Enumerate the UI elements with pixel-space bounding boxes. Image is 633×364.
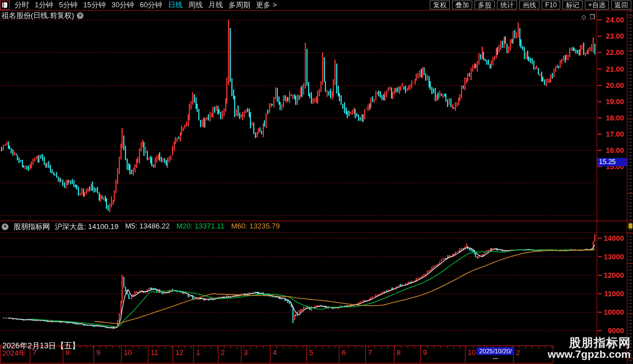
time-axis-label: 9 bbox=[96, 348, 100, 357]
price-axis-label: 9000 bbox=[597, 326, 624, 335]
strip-divider bbox=[627, 193, 633, 194]
indicator-values: 沪深大盘: 14100.19M5: 13486.22M20: 13371.11M… bbox=[55, 222, 280, 232]
timeframe-tab-分时[interactable]: 分时 bbox=[15, 0, 29, 10]
panel-toggle-icon[interactable] bbox=[0, 1, 10, 10]
strip-divider bbox=[627, 314, 633, 314]
strip-divider bbox=[627, 263, 633, 264]
right-edge-strip[interactable] bbox=[627, 11, 633, 364]
time-axis-label: 6 bbox=[342, 348, 346, 357]
price-axis-label: 21.00 bbox=[597, 65, 624, 73]
strip-divider bbox=[627, 119, 633, 119]
timeframe-tab-更多 >[interactable]: 更多 > bbox=[256, 0, 277, 10]
price-axis-label: 19.00 bbox=[597, 97, 624, 106]
price-axis-label: 18.00 bbox=[597, 114, 624, 122]
strip-divider bbox=[627, 50, 633, 51]
price-axis-label: 10000 bbox=[597, 308, 624, 316]
chart-corner-tools: ◇ ❐ bbox=[581, 13, 595, 21]
indicator-bar: ▾ 股朋指标网 沪深大盘: 14100.19M5: 13486.22M20: 1… bbox=[2, 222, 280, 231]
cursor-price-readout: 15.25 bbox=[597, 158, 627, 166]
price-axis-label: 14000 bbox=[597, 234, 624, 242]
time-axis-label: 4 bbox=[273, 348, 277, 357]
strip-divider bbox=[627, 221, 633, 221]
indicator-item-M20: M20: 13371.11 bbox=[176, 222, 225, 232]
watermark-name: 股朋指标网 bbox=[548, 337, 631, 349]
action-button-F10[interactable]: F10 bbox=[542, 1, 560, 10]
action-button-+自选[interactable]: +自选 bbox=[585, 1, 609, 10]
indicator-row-divider bbox=[0, 232, 633, 233]
time-axis-label: 10 bbox=[124, 348, 132, 357]
action-button-标记[interactable]: 标记 bbox=[562, 1, 583, 10]
toolbar-actions: 复权叠加多股统计画线F10标记+自选返回 bbox=[430, 1, 633, 10]
action-button-多股[interactable]: 多股 bbox=[474, 1, 495, 10]
timeframe-tab-15分钟[interactable]: 15分钟 bbox=[83, 0, 105, 10]
strip-divider bbox=[627, 16, 633, 16]
price-axis-label: 22.00 bbox=[597, 48, 624, 57]
time-axis-label: 2 bbox=[221, 348, 225, 357]
indicator-item-M5: M5: 13486.22 bbox=[125, 222, 170, 232]
layout-icon bbox=[2, 2, 7, 8]
time-axis-label: 3 bbox=[244, 348, 248, 357]
timeframe-tab-日线[interactable]: 日线 bbox=[168, 0, 183, 10]
toolbar-divider bbox=[0, 10, 633, 11]
time-axis-label: 12 bbox=[175, 348, 183, 357]
symbol-title-row: 祖名股份(日线.前复权) ▾ bbox=[2, 11, 83, 21]
timeframe-tab-月线[interactable]: 月线 bbox=[208, 0, 223, 10]
page-title: 祖名股份(日线.前复权) bbox=[2, 11, 74, 21]
chevron-down-circle-icon[interactable]: ▾ bbox=[2, 223, 8, 230]
indicator-item-M60: M60: 13235.79 bbox=[231, 222, 280, 232]
time-axis-label: 2 bbox=[516, 348, 520, 357]
price-axis-label: 17.00 bbox=[597, 130, 624, 138]
action-button-叠加[interactable]: 叠加 bbox=[452, 1, 472, 10]
time-axis-label: 11 bbox=[151, 348, 159, 357]
time-axis-label: 9 bbox=[423, 348, 427, 357]
window-restore-icon[interactable]: ❐ bbox=[589, 13, 595, 21]
price-axis-label: 20.00 bbox=[597, 81, 624, 90]
chevron-down-circle-icon[interactable]: ▾ bbox=[77, 12, 83, 19]
time-axis-label: 8 bbox=[397, 348, 401, 357]
action-button-复权[interactable]: 复权 bbox=[430, 1, 450, 10]
action-button-返回[interactable]: 返回 bbox=[611, 1, 631, 10]
price-axis-label: 23.00 bbox=[597, 32, 624, 40]
timeframe-tab-1分钟[interactable]: 1分钟 bbox=[35, 0, 53, 10]
timeframe-tab-多周期[interactable]: 多周期 bbox=[229, 0, 250, 10]
time-axis-label: 1 bbox=[196, 348, 200, 357]
price-axis-label: 16.00 bbox=[597, 146, 624, 155]
timeframe-tab-30分钟[interactable]: 30分钟 bbox=[111, 0, 134, 10]
price-axis-label: 24.00 bbox=[597, 16, 624, 24]
indicator-item-沪深大盘: 沪深大盘: 14100.19 bbox=[55, 222, 118, 232]
price-axis-label: 11000 bbox=[597, 290, 624, 298]
trading-app-window: 分时1分钟5分钟15分钟30分钟60分钟日线周线月线多周期更多 > 复权叠加多股… bbox=[0, 0, 633, 364]
diamond-icon[interactable]: ◇ bbox=[581, 13, 586, 21]
cursor-date-readout: 2025/10/20/一 bbox=[477, 347, 514, 355]
indicator-source-label: 股朋指标网 bbox=[13, 222, 50, 232]
candlestick-charts-canvas[interactable] bbox=[0, 0, 633, 364]
strip-marker bbox=[629, 223, 632, 228]
current-date-label: 2026年2月13日【五】 bbox=[2, 341, 80, 351]
time-axis-label: 7 bbox=[368, 348, 372, 357]
price-axis-label: 13000 bbox=[597, 253, 624, 261]
top-toolbar: 分时1分钟5分钟15分钟30分钟60分钟日线周线月线多周期更多 > 复权叠加多股… bbox=[0, 0, 633, 10]
timeframe-tabs: 分时1分钟5分钟15分钟30分钟60分钟日线周线月线多周期更多 > bbox=[12, 0, 280, 10]
action-button-画线[interactable]: 画线 bbox=[519, 1, 539, 10]
strip-divider bbox=[627, 233, 633, 234]
site-watermark: 股朋指标网 www.7gpzb.com bbox=[548, 337, 631, 361]
watermark-url: www.7gpzb.com bbox=[548, 349, 631, 361]
action-button-统计[interactable]: 统计 bbox=[497, 1, 517, 10]
timeframe-tab-周线[interactable]: 周线 bbox=[188, 0, 203, 10]
time-axis-label: 5 bbox=[309, 348, 313, 357]
timeframe-tab-5分钟[interactable]: 5分钟 bbox=[59, 0, 77, 10]
timeframe-tab-60分钟[interactable]: 60分钟 bbox=[139, 0, 162, 10]
price-axis-label: 12000 bbox=[597, 271, 624, 279]
time-axis-label: 10 bbox=[468, 348, 476, 357]
